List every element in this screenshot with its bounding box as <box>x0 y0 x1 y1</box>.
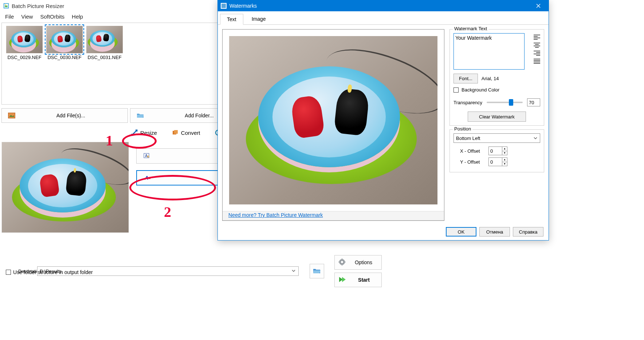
x-offset-spinner[interactable]: ▲▼ <box>488 146 507 155</box>
x-offset-label: X - Offset <box>460 148 486 154</box>
thumbnail-label: DSC_0030.NEF <box>47 55 81 60</box>
y-offset-spinner[interactable]: ▲▼ <box>488 157 507 166</box>
tab-text[interactable]: Text <box>220 14 243 25</box>
app-icon <box>3 3 9 9</box>
close-icon <box>536 4 541 8</box>
dialog-right-panel: Watermark Text Font... Arial, 14 Backgro… <box>449 29 544 221</box>
font-button[interactable]: Font... <box>453 74 478 83</box>
resize-icon <box>131 129 138 136</box>
align-left-icon[interactable] <box>534 35 540 40</box>
position-label: Position <box>453 126 472 132</box>
chevron-down-icon <box>291 268 297 274</box>
close-button[interactable] <box>531 0 546 11</box>
menu-view[interactable]: View <box>17 12 36 21</box>
watermarks-dialog: Watermarks Text Image Need more? Try Bat… <box>217 0 549 241</box>
menu-file[interactable]: File <box>1 12 17 21</box>
thumbnail-item[interactable]: DSC_0030.NEF <box>46 26 83 101</box>
svg-rect-20 <box>342 264 342 266</box>
annotation-number-1: 1 <box>106 132 113 149</box>
tab-resize[interactable]: Resize <box>124 126 164 139</box>
add-files-button[interactable]: Add File(s)... <box>1 108 128 123</box>
svg-rect-19 <box>342 258 342 260</box>
svg-rect-2 <box>5 5 7 7</box>
gear-icon <box>338 258 346 267</box>
svg-rect-16 <box>149 178 150 179</box>
ok-button[interactable]: OK <box>446 227 476 237</box>
watermark-icon: A <box>144 174 151 182</box>
dialog-tabs: Text Image <box>218 11 549 25</box>
svg-rect-22 <box>344 262 346 262</box>
thumbnail-label: DSC_0031.NEF <box>87 55 121 60</box>
folder-open-icon <box>313 268 321 274</box>
svg-point-3 <box>5 4 6 5</box>
chevron-down-icon <box>533 136 538 140</box>
app-title: Batch Picture Resizer <box>12 3 64 9</box>
checkbox-box <box>6 270 11 275</box>
slider-thumb[interactable] <box>509 99 513 106</box>
start-button[interactable]: Start <box>334 273 382 287</box>
thumbnail-item[interactable]: DSC_0031.NEF <box>86 26 123 101</box>
align-center-icon[interactable] <box>534 43 540 48</box>
transparency-label: Transparency <box>453 100 482 105</box>
tab-convert[interactable]: Convert <box>165 126 207 139</box>
dialog-title-bar: Watermarks <box>218 0 549 11</box>
align-icons <box>534 35 540 64</box>
dialog-body: Need more? Try Batch Picture Watermark W… <box>218 25 549 225</box>
dialog-preview: Need more? Try Batch Picture Watermark <box>222 29 444 221</box>
rename-icon: AB <box>143 152 150 160</box>
tab-image[interactable]: Image <box>245 13 273 24</box>
picture-icon <box>8 113 16 118</box>
svg-rect-10 <box>174 130 178 134</box>
transparency-value[interactable] <box>527 98 540 106</box>
thumbnail-image <box>46 26 83 53</box>
convert-icon <box>172 129 179 136</box>
align-justify-icon[interactable] <box>534 59 540 64</box>
options-start-group: Options Start <box>334 255 382 287</box>
watermark-text-label: Watermark Text <box>453 26 488 31</box>
thumbnail-image <box>6 26 43 53</box>
svg-point-18 <box>341 261 343 263</box>
background-color-checkbox[interactable]: Background Color <box>453 87 540 93</box>
annotation-number-2: 2 <box>164 203 171 220</box>
cancel-button[interactable]: Отмена <box>479 227 510 237</box>
transparency-slider[interactable] <box>487 102 523 103</box>
svg-rect-21 <box>338 262 340 262</box>
position-group: Position Bottom Left X - Offset ▲▼ Y - O… <box>449 129 544 172</box>
dialog-title: Watermarks <box>229 3 257 9</box>
svg-text:B: B <box>147 155 149 158</box>
browse-folder-button[interactable] <box>310 264 324 278</box>
thumbnail-image <box>86 26 123 53</box>
svg-rect-24 <box>221 4 226 8</box>
checkbox-box <box>453 87 459 93</box>
folder-icon <box>136 113 144 118</box>
thumbnail-label: DSC_0029.NEF <box>7 55 41 60</box>
align-right-icon[interactable] <box>534 51 540 56</box>
need-more-link[interactable]: Need more? Try Batch Picture Watermark <box>223 211 444 220</box>
dialog-icon <box>221 3 227 9</box>
help-button[interactable]: Справка <box>513 227 543 237</box>
watermark-text-input[interactable] <box>453 33 525 70</box>
preview-image <box>229 36 437 204</box>
dialog-buttons: OK Отмена Справка <box>446 227 543 237</box>
font-description: Arial, 14 <box>482 76 499 81</box>
preview-image <box>1 142 129 233</box>
thumbnail-item[interactable]: DSC_0029.NEF <box>6 26 43 101</box>
options-button[interactable]: Options <box>334 255 382 270</box>
watermark-text-group: Watermark Text Font... Arial, 14 Backgro… <box>449 29 544 126</box>
clear-watermark-button[interactable]: Clear Watermark <box>468 112 526 122</box>
position-select[interactable]: Bottom Left <box>453 133 540 143</box>
y-offset-label: Y - Offset <box>460 159 486 165</box>
menu-softorbits[interactable]: SoftOrbits <box>36 12 68 21</box>
svg-text:A: A <box>144 175 149 181</box>
menu-help[interactable]: Help <box>68 12 87 21</box>
play-icon <box>338 276 346 284</box>
use-folder-structure-checkbox[interactable]: Use folder structure in output folder <box>0 268 99 277</box>
